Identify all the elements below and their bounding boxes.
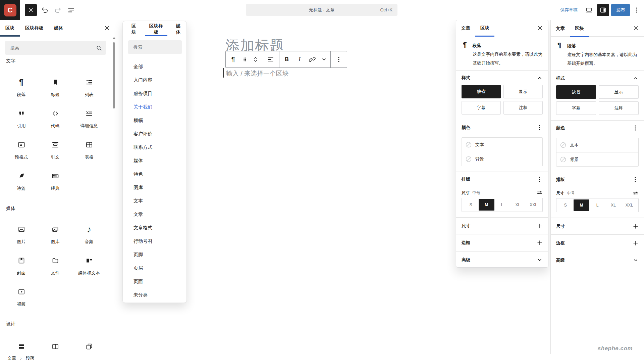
pattern-category[interactable]: 未分类	[123, 288, 186, 302]
pattern-category[interactable]: 特色	[123, 168, 186, 181]
site-logo[interactable]: C	[0, 0, 20, 20]
style-option-button[interactable]: 显示	[503, 85, 543, 98]
breadcrumb-post[interactable]: 文章	[7, 355, 16, 361]
block-type-item[interactable]: 引用	[4, 103, 38, 134]
block-type-item[interactable]	[72, 336, 106, 354]
close-inspector-button[interactable]	[632, 25, 640, 33]
pattern-category[interactable]: 服务项目	[123, 87, 186, 100]
block-type-item[interactable]: ♪ 音频	[72, 219, 106, 250]
font-size-option[interactable]: M	[479, 199, 494, 211]
block-type-item[interactable]: 列表	[72, 72, 106, 103]
block-type-item[interactable]: 经典	[38, 165, 72, 196]
block-type-item[interactable]: 媒体和文本	[72, 250, 106, 281]
font-size-option[interactable]: L	[494, 199, 510, 211]
save-draft-button[interactable]: 保存草稿	[560, 0, 578, 20]
block-type-item[interactable]: 预格式	[4, 134, 38, 165]
more-formats-button[interactable]	[319, 51, 329, 67]
inspector-tab[interactable]: 文章	[551, 20, 570, 37]
inspector-tab[interactable]: 区块	[475, 20, 494, 36]
list-view-icon[interactable]	[67, 6, 75, 14]
inspector-tab[interactable]: 区块	[570, 20, 589, 37]
patterns-tab[interactable]: 区块样板	[144, 21, 169, 37]
patterns-search-input[interactable]	[128, 45, 182, 50]
font-size-option[interactable]: XL	[605, 199, 622, 211]
bold-button[interactable]: B	[280, 51, 293, 67]
pattern-category[interactable]: 全部	[123, 60, 186, 74]
block-type-item[interactable]: 诗篇	[4, 165, 38, 196]
pattern-category[interactable]: 图库	[123, 181, 186, 194]
block-type-item[interactable]: 图库	[38, 219, 72, 250]
block-options-button[interactable]	[332, 51, 346, 67]
close-inserter-button[interactable]	[25, 4, 37, 16]
block-type-item[interactable]: ¶ 段落	[4, 72, 38, 103]
preview-icon[interactable]	[585, 6, 593, 14]
color-row[interactable]: 文本	[462, 138, 542, 152]
pattern-category[interactable]: 媒体	[123, 154, 186, 168]
block-type-item[interactable]: 代码	[38, 103, 72, 134]
color-row[interactable]: 背景	[462, 152, 542, 166]
font-size-option[interactable]: S	[557, 199, 574, 211]
pattern-category[interactable]: 页眉	[123, 262, 186, 275]
block-type-item[interactable]: 标题	[38, 72, 72, 103]
scrollbar-thumb[interactable]	[113, 42, 115, 108]
font-size-option[interactable]: XXL	[526, 199, 541, 211]
block-type-item[interactable]: 封面	[4, 250, 38, 281]
inserter-tab[interactable]: 区块样板	[20, 20, 49, 36]
block-type-button[interactable]: ¶	[227, 51, 239, 67]
style-option-button[interactable]: 注释	[503, 101, 543, 115]
close-inspector-button[interactable]	[536, 24, 544, 32]
pattern-category[interactable]: 文章	[123, 208, 186, 221]
styles-section-header[interactable]: 样式	[551, 71, 644, 85]
pattern-category[interactable]: 行动号召	[123, 235, 186, 248]
block-type-item[interactable]: 视频	[4, 281, 38, 312]
style-option-button[interactable]: 字幕	[462, 101, 501, 115]
block-mover[interactable]	[250, 51, 261, 67]
style-option-button[interactable]: 字幕	[556, 101, 596, 115]
dimensions-section-header[interactable]: 尺寸	[551, 218, 644, 234]
styles-section-header[interactable]: 样式	[456, 70, 548, 85]
block-type-item[interactable]: 文件	[38, 250, 72, 281]
color-row[interactable]: 背景	[556, 152, 638, 166]
style-option-button[interactable]: 缺省	[556, 85, 596, 99]
typography-options-icon[interactable]	[631, 176, 639, 184]
font-size-option[interactable]: XXL	[621, 199, 637, 211]
drag-handle[interactable]	[239, 51, 250, 67]
style-option-button[interactable]: 缺省	[462, 85, 501, 98]
undo-icon[interactable]	[41, 6, 49, 14]
pattern-category[interactable]: 联系方式	[123, 141, 186, 154]
align-button[interactable]	[263, 51, 278, 67]
color-options-icon[interactable]	[535, 124, 543, 132]
pattern-category[interactable]: 页脚	[123, 248, 186, 262]
pattern-category[interactable]: 文章格式	[123, 221, 186, 235]
border-section-header[interactable]: 边框	[456, 234, 548, 251]
patterns-tab[interactable]: 媒体	[170, 21, 187, 37]
inserter-tab[interactable]: 媒体	[49, 20, 68, 36]
dimensions-section-header[interactable]: 尺寸	[456, 217, 548, 234]
pattern-category[interactable]: 页面	[123, 275, 186, 288]
block-type-item[interactable]	[4, 336, 38, 354]
font-size-option[interactable]: S	[463, 199, 479, 211]
block-type-item[interactable]: 表格	[72, 134, 106, 165]
command-bar[interactable]: 无标题 · 文章 Ctrl+K	[246, 4, 397, 16]
inspector-tab[interactable]: 文章	[456, 20, 475, 36]
redo-icon[interactable]	[54, 6, 62, 14]
block-type-item[interactable]	[38, 336, 72, 354]
style-option-button[interactable]: 注释	[599, 101, 639, 115]
style-option-button[interactable]: 显示	[599, 85, 639, 99]
font-size-option[interactable]: M	[574, 199, 590, 211]
typography-options-icon[interactable]	[535, 175, 543, 183]
border-section-header[interactable]: 边框	[551, 234, 644, 251]
block-type-item[interactable]: 图片	[4, 219, 38, 250]
options-menu-icon[interactable]	[633, 6, 641, 14]
close-sidebar-button[interactable]	[103, 24, 111, 32]
pattern-category[interactable]: 文本	[123, 194, 186, 208]
font-size-option[interactable]: XL	[510, 199, 526, 211]
link-button[interactable]	[306, 51, 319, 67]
italic-button[interactable]: I	[293, 51, 306, 67]
advanced-section-header[interactable]: 高级	[551, 252, 644, 268]
block-type-item[interactable]: 详细信息	[72, 103, 106, 134]
settings-toggle-button[interactable]	[597, 4, 609, 16]
color-options-icon[interactable]	[631, 124, 639, 132]
scroll-up-arrow-icon[interactable]	[112, 37, 116, 39]
color-row[interactable]: 文本	[556, 138, 638, 152]
